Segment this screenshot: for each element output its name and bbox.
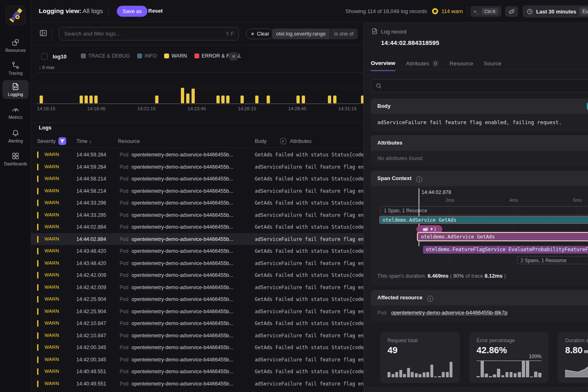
time-range-button[interactable]: Last 30 minutes Europ (523, 5, 588, 18)
panel-search-input[interactable] (385, 80, 581, 92)
legend-close-button[interactable]: ✕ (229, 52, 238, 60)
legend-item[interactable]: INFO (137, 53, 157, 59)
affected-resource-link[interactable]: opentelemetry-demo-adservice-b4466455b-t… (391, 310, 508, 316)
legend-item-label: WARN (172, 53, 187, 59)
histogram-bar[interactable] (216, 96, 220, 103)
table-header: Severity Time ↓ Resource Body ✓ Attribut… (31, 136, 363, 148)
table-row[interactable]: WARN14:42:00.345Podopentelemetry-demo-ad… (31, 341, 363, 354)
announce-button[interactable] (505, 6, 518, 17)
table-row[interactable]: WARN14:43:48.420Podopentelemetry-demo-ad… (31, 257, 363, 270)
table-row[interactable]: WARN14:44:58.214Podopentelemetry-demo-ad… (31, 185, 363, 197)
sidebar-item-resources[interactable]: Resources (2, 36, 29, 55)
filter-chip[interactable]: otel.log.severity.range is one of (272, 29, 358, 39)
histogram-bar[interactable] (255, 96, 258, 103)
collapse-panel-button[interactable] (39, 29, 48, 38)
column-resource[interactable]: Resource (118, 138, 140, 144)
table-row[interactable]: WARN14:42:25.904Podopentelemetry-demo-ad… (31, 293, 363, 305)
histogram-bar[interactable] (85, 96, 88, 103)
sidebar-item-label: Logging (8, 92, 23, 97)
histogram-bar[interactable] (226, 96, 229, 103)
span-events-badge[interactable]: ◆◆ 3 ▼1 (416, 225, 442, 233)
column-severity[interactable]: Severity (37, 138, 56, 144)
app-logo-icon[interactable] (6, 6, 25, 25)
histogram-bar[interactable] (80, 96, 83, 103)
search-input[interactable] (64, 27, 219, 40)
log-time: 14:44:58.214 (76, 176, 106, 182)
sidebar-item-logging[interactable]: Logging (2, 80, 29, 99)
span-bar-current[interactable]: oteldemo.AdService GetAds (418, 233, 588, 241)
column-time[interactable]: Time ↓ (76, 138, 91, 144)
span-group-top[interactable]: 1 Span, 1 Resource (380, 206, 588, 215)
table-row[interactable]: WARN (31, 390, 363, 392)
filter-field: otel.log.severity.range (272, 29, 330, 39)
save-as-button[interactable]: Save as (117, 6, 147, 17)
severity-bar (37, 236, 38, 243)
table-row[interactable]: WARN14:40:49.551Podopentelemetry-demo-ad… (31, 378, 363, 390)
histogram-bar[interactable] (94, 96, 98, 103)
info-icon[interactable]: i (427, 296, 433, 302)
histogram-bar[interactable] (296, 96, 300, 103)
table-row[interactable]: WARN14:42:25.904Podopentelemetry-demo-ad… (31, 305, 363, 318)
table-row[interactable]: WARN14:42:10.847Podopentelemetry-demo-ad… (31, 317, 363, 330)
legend-item[interactable]: TRACE & DEBUG (81, 53, 130, 59)
column-attributes[interactable]: Attributes (290, 138, 312, 144)
command-palette-button[interactable]: >_ Ctrl K (470, 6, 501, 17)
sidebar-item-metrics[interactable]: Metrics (2, 103, 29, 122)
histogram-bar[interactable] (241, 96, 244, 103)
span-bar-root[interactable]: oteldemo.AdService GetAds (379, 216, 588, 224)
table-row[interactable]: WARN14:44:02.884Podopentelemetry-demo-ad… (31, 233, 363, 245)
table-row[interactable]: WARN14:42:42.009Podopentelemetry-demo-ad… (31, 269, 363, 281)
sidebar-item-tracing[interactable]: Tracing (2, 59, 29, 78)
resource-name: opentelemetry-demo-adservice-b4466455b..… (131, 285, 252, 290)
table-row[interactable]: WARN14:42:00.345Podopentelemetry-demo-ad… (31, 354, 363, 366)
table-row[interactable]: WARN14:44:33.296Podopentelemetry-demo-ad… (31, 197, 363, 209)
table-row[interactable]: WARN14:42:42.009Podopentelemetry-demo-ad… (31, 281, 363, 294)
attributes-checkbox[interactable]: ✓ (280, 138, 286, 144)
histogram-bar[interactable] (328, 96, 331, 103)
histogram-bar[interactable] (267, 96, 270, 103)
metric-card-request-total[interactable]: Request total49 (380, 332, 460, 383)
info-icon[interactable]: i (416, 176, 422, 183)
severity-bar (37, 212, 38, 218)
histogram-bar[interactable] (40, 96, 43, 103)
tab-label: Resource (450, 60, 473, 67)
severity-swatch-icon (137, 53, 142, 58)
resource-kind: Pod (120, 236, 128, 242)
histogram-bar[interactable] (89, 96, 93, 103)
body-card-header: Body (371, 98, 588, 114)
table-row[interactable]: WARN14:44:59.264Podopentelemetry-demo-ad… (31, 161, 363, 173)
log-time: 14:43:48.420 (76, 261, 106, 266)
log-body: GetAds Failed with status Status{code (255, 272, 363, 278)
legend-group-checkbox[interactable] (41, 53, 48, 60)
table-row[interactable]: WARN14:42:10.847Podopentelemetry-demo-ad… (31, 330, 363, 342)
table-row[interactable]: WARN14:44:33.295Podopentelemetry-demo-ad… (31, 209, 363, 221)
span-bar-child[interactable]: oteldemo.FeatureFlagService EvaluateProb… (423, 246, 588, 254)
log-body: GetAds Failed with status Status{code (255, 321, 363, 326)
sidebar-item-dashboards[interactable]: Dashboards (2, 149, 29, 168)
clear-filters-button[interactable]: ✕ Clear (246, 29, 274, 39)
table-row[interactable]: WARN14:44:59.264Podopentelemetry-demo-ad… (31, 149, 363, 161)
table-row[interactable]: WARN14:44:02.884Podopentelemetry-demo-ad… (31, 221, 363, 233)
metric-card-error-percentage[interactable]: Error percentage42.86%100% (469, 332, 549, 383)
legend-item[interactable]: WARN (164, 53, 187, 59)
severity-filter-button[interactable] (58, 137, 66, 145)
sidebar-item-alerting[interactable]: Alerting (2, 127, 29, 145)
histogram-bar[interactable] (192, 89, 195, 103)
topbar: Logging view: All logs Save as Reset Sho… (31, 0, 588, 22)
histogram-bar[interactable] (302, 96, 305, 103)
log-body: GetAds Failed with status Status{code (255, 200, 363, 206)
histogram-bar[interactable] (186, 94, 189, 103)
histogram-bar[interactable] (155, 96, 158, 103)
histogram-bar[interactable] (333, 96, 336, 103)
reset-button[interactable]: Reset (148, 8, 163, 14)
histogram-bar[interactable] (221, 96, 225, 103)
histogram-bar[interactable] (181, 88, 184, 103)
ctrl-k-shortcut: Ctrl K (482, 8, 498, 15)
span-group-bottom[interactable]: 2 Spans, 1 Resource (517, 256, 588, 264)
table-row[interactable]: WARN14:40:49.551Podopentelemetry-demo-ad… (31, 365, 363, 378)
column-body[interactable]: Body (255, 138, 267, 144)
table-row[interactable]: WARN14:44:58.214Podopentelemetry-demo-ad… (31, 173, 363, 185)
metric-card-duration-avg[interactable]: Duration av8.80 ms (558, 332, 588, 383)
table-row[interactable]: WARN14:43:48.420Podopentelemetry-demo-ad… (31, 245, 363, 257)
severity-bar (37, 344, 38, 351)
